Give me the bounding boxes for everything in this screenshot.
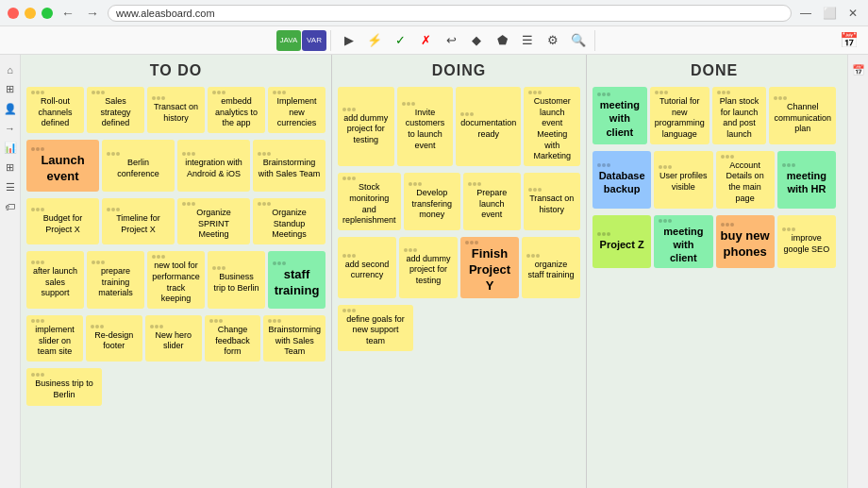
sticky-stock-monitoring[interactable]: Stock monitoring and replenishment [338, 173, 401, 230]
sticky-transact-doing[interactable]: Transact on history [524, 173, 580, 230]
sticky-channel-comm[interactable]: Channel communication plan [769, 87, 836, 144]
window-restore[interactable]: ⬜ [820, 7, 840, 20]
toolbar: JAVA VAR ▶ ⚡ ✓ ✗ ↩ ◆ ⬟ ☰ ⚙ 🔍 📅 [0, 26, 868, 55]
sticky-prepare-launch[interactable]: Prepare launch event [463, 173, 520, 230]
back-button[interactable]: ← [58, 6, 77, 21]
browser-chrome: ← → www.aleasboard.com — ⬜ ✕ [0, 0, 868, 26]
forward-button[interactable]: → [83, 6, 102, 21]
sticky-budget-project[interactable]: Budget for Project X [26, 198, 99, 244]
done-column: DONE meeting with client Tutorial for ne… [587, 55, 842, 488]
sticky-add-dummy1[interactable]: add dummy project for testing [338, 87, 394, 166]
sticky-meeting-client1[interactable]: meeting with client [593, 87, 647, 144]
grid-icon[interactable]: ⊞ [6, 161, 14, 174]
search-tool[interactable]: 🔍 [566, 30, 591, 51]
sticky-feedback-form[interactable]: Change feedback form [205, 315, 261, 362]
sticky-standup[interactable]: Organize Standup Meetings [253, 198, 326, 244]
board-columns: TO DO Roll-out channels defined Sales st… [21, 55, 847, 488]
sticky-staff-training[interactable]: staff training [268, 251, 326, 309]
doing-row3: add second currency add dummy project fo… [338, 237, 580, 302]
sticky-hero-slider[interactable]: New hero slider [145, 315, 202, 362]
done-header: DONE [593, 62, 836, 79]
tag-icon[interactable]: 🏷 [5, 201, 15, 212]
done-row1: meeting with client Tutorial for new pro… [593, 87, 836, 148]
sticky-finish-project-y[interactable]: Finish Project Y [460, 237, 519, 298]
check-tool[interactable]: ✓ [388, 30, 412, 51]
sticky-launch-event[interactable]: Launch event [26, 140, 99, 192]
sticky-after-launch[interactable]: after launch sales support [26, 251, 84, 309]
sticky-sales-strategy[interactable]: Sales strategy defined [87, 87, 144, 133]
sticky-develop-transfer[interactable]: Develop transfering money [404, 173, 460, 230]
sticky-user-profiles[interactable]: User profiles visible [654, 151, 712, 209]
var-tool[interactable]: VAR [302, 30, 326, 51]
sticky-add-dummy2[interactable]: add dummy project for testing [399, 237, 458, 298]
sticky-redesign-footer[interactable]: Re-design footer [86, 315, 142, 362]
sticky-tutorial[interactable]: Tutorial for new programming language [650, 87, 709, 144]
sticky-google-seo[interactable]: improve google SEO [777, 215, 836, 269]
flash-tool[interactable]: ⚡ [362, 30, 387, 51]
lang-tools: JAVA VAR [273, 30, 331, 51]
minimize-button[interactable] [25, 8, 36, 19]
sticky-transact-history-todo[interactable]: Transact on history [147, 87, 205, 133]
filter-tool[interactable]: ☰ [515, 30, 540, 51]
java-tool[interactable]: JAVA [276, 30, 301, 51]
list-icon[interactable]: ☰ [6, 181, 15, 194]
home-icon[interactable]: ⌂ [7, 64, 13, 76]
sticky-organize-training[interactable]: organize staff training [522, 237, 580, 298]
todo-header: TO DO [26, 62, 326, 79]
diamond-tool[interactable]: ◆ [464, 30, 489, 51]
sticky-rollout[interactable]: Roll-out channels defined [26, 87, 84, 133]
sticky-plan-stock[interactable]: Plan stock for launch and post launch [712, 87, 767, 144]
sticky-meeting-hr[interactable]: meeting with HR [777, 151, 836, 209]
right-sidebar: 📅 [847, 55, 868, 488]
sticky-account-details[interactable]: Account Details on the main page [716, 151, 775, 209]
sticky-database-backup[interactable]: Database backup [593, 151, 651, 209]
calendar-icon[interactable]: 📅 [840, 31, 859, 49]
sticky-brainstorm-sales1[interactable]: Brainstorming with Sales Team [253, 140, 326, 192]
sticky-embed-analytics[interactable]: embedd analytics to the app [208, 87, 265, 133]
sticky-perf-track[interactable]: new tool for performance track keeping [147, 251, 205, 309]
doing-row1: add dummy project for testing Invite cus… [338, 87, 580, 170]
sticky-buy-phones[interactable]: buy new phones [716, 215, 775, 269]
todo-row4: after launch sales support prepare train… [26, 251, 326, 312]
users-icon[interactable]: 👤 [4, 103, 17, 115]
todo-row6: Business trip to Berlin [26, 368, 326, 410]
sticky-define-goals[interactable]: define goals for new support team [338, 305, 413, 351]
todo-column: TO DO Roll-out channels defined Sales st… [21, 55, 332, 488]
sticky-project-z[interactable]: Project Z [593, 215, 651, 269]
close-button[interactable] [8, 8, 19, 19]
todo-row5: implement slider on team site Re-design … [26, 315, 326, 365]
run-tool[interactable]: ▶ [337, 30, 361, 51]
settings-tool[interactable]: ⚙ [541, 30, 565, 51]
maximize-button[interactable] [42, 8, 53, 19]
arrow-icon[interactable]: → [5, 123, 15, 134]
sticky-brainstorm-sales2[interactable]: Brainstorming with Sales Team [263, 315, 326, 362]
sticky-biz-trip2[interactable]: Business trip to Berlin [26, 368, 102, 406]
boards-icon[interactable]: ⊞ [6, 83, 14, 95]
sticky-berlin-conf[interactable]: Berlin conference [102, 140, 175, 192]
calendar-sidebar-icon[interactable]: 📅 [852, 64, 865, 76]
sticky-timeline-project[interactable]: Timeline for Project X [102, 198, 175, 244]
todo-row3: Budget for Project X Timeline for Projec… [26, 198, 326, 248]
undo-tool[interactable]: ↩ [439, 30, 463, 51]
window-close[interactable]: ✕ [845, 7, 860, 20]
sticky-doc-ready[interactable]: documentation ready [456, 87, 521, 166]
sticky-add-currency[interactable]: add second currency [338, 237, 396, 298]
sticky-invite-customers[interactable]: Invite customers to launch event [397, 87, 454, 166]
url-text: www.aleasboard.com [116, 8, 215, 19]
doing-row2: Stock monitoring and replenishment Devel… [338, 173, 580, 234]
sticky-android-ios[interactable]: integration with Android & iOS [177, 140, 250, 192]
sticky-slider[interactable]: implement slider on team site [26, 315, 83, 362]
close-tool[interactable]: ✗ [413, 30, 438, 51]
window-min[interactable]: — [797, 7, 814, 20]
todo-row2: Launch event Berlin conference integrati… [26, 140, 326, 195]
chart-icon[interactable]: 📊 [4, 142, 17, 154]
sticky-organize-sprint[interactable]: Organize SPRINT Meeting [177, 198, 250, 244]
sticky-new-currencies[interactable]: Implement new currencies [268, 87, 326, 133]
doing-header: DOING [338, 62, 580, 79]
sticky-biz-trip1[interactable]: Business trip to Berlin [208, 251, 265, 309]
shape-tool[interactable]: ⬟ [490, 30, 514, 51]
sticky-meeting-client2[interactable]: meeting with client [654, 215, 712, 269]
sticky-customer-launch[interactable]: Customer launch event Meeting with Marke… [524, 87, 580, 166]
url-bar[interactable]: www.aleasboard.com [108, 5, 792, 22]
sticky-training-materials[interactable]: prepare training materials [87, 251, 144, 309]
